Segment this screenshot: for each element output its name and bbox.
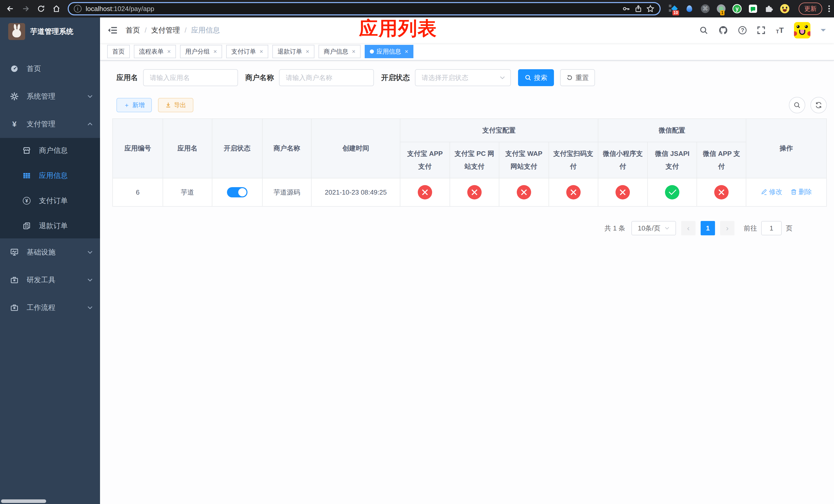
main-area: 应用列表 首页 / 支付管理 / 应用信息 bbox=[100, 18, 834, 504]
app-title: 芋道管理系统 bbox=[30, 27, 73, 37]
extension-chat-icon[interactable] bbox=[748, 4, 758, 13]
plus-icon: ＋ bbox=[124, 101, 130, 109]
browser-update-button[interactable]: 更新 bbox=[798, 3, 822, 15]
breadcrumb-payment[interactable]: 支付管理 bbox=[151, 25, 180, 35]
sidebar: 芋道管理系统 首页 系统管理 bbox=[0, 18, 100, 504]
forward-icon[interactable] bbox=[20, 3, 32, 15]
extension-toolbar: 10 ⌘ 1 y bbox=[669, 4, 789, 13]
password-key-icon[interactable] bbox=[622, 5, 630, 13]
breadcrumb: 首页 / 支付管理 / 应用信息 bbox=[126, 25, 220, 35]
share-icon[interactable] bbox=[635, 5, 642, 13]
delete-link[interactable]: 删除 bbox=[790, 187, 812, 197]
status-label: 开启状态 bbox=[381, 73, 410, 83]
extension-y-logo-icon[interactable]: y bbox=[732, 4, 742, 13]
sidebar-item-infrastructure[interactable]: 基础设施 bbox=[0, 238, 100, 266]
page-number-button[interactable]: 1 bbox=[701, 221, 715, 235]
col-wechat-jsapi: 微信 JSAPI 支付 bbox=[648, 142, 697, 178]
extension-balloon-icon[interactable] bbox=[685, 4, 694, 13]
yen-circle-icon: ¥ bbox=[23, 197, 31, 205]
search-button[interactable]: 搜索 bbox=[518, 69, 554, 86]
show-search-button[interactable] bbox=[789, 97, 805, 113]
col-alipay-app: 支付宝 APP 支付 bbox=[400, 142, 450, 178]
sidebar-item-system[interactable]: 系统管理 bbox=[0, 83, 100, 110]
next-page-button[interactable]: › bbox=[720, 221, 734, 235]
extension-diamond-icon[interactable]: 10 bbox=[669, 4, 678, 13]
extension-command-icon[interactable]: ⌘ bbox=[701, 4, 710, 13]
site-info-icon[interactable]: i bbox=[74, 5, 82, 13]
goto-label: 前往 bbox=[744, 224, 757, 233]
sidebar-item-workflow[interactable]: 工作流程 bbox=[0, 294, 100, 321]
fullscreen-icon[interactable] bbox=[757, 26, 766, 35]
close-icon[interactable]: × bbox=[306, 48, 309, 54]
edit-link[interactable]: 修改 bbox=[761, 187, 782, 197]
status-select[interactable]: 请选择开启状态 bbox=[415, 69, 511, 86]
back-icon[interactable] bbox=[4, 3, 16, 15]
table-row: 6 芋道 芋道源码 2021-10-23 08:49:25 bbox=[113, 178, 827, 206]
dashboard-icon bbox=[10, 65, 19, 73]
tag-process-form[interactable]: 流程表单× bbox=[134, 45, 176, 58]
close-icon[interactable]: × bbox=[260, 48, 263, 54]
merchant-name-input[interactable] bbox=[279, 69, 374, 86]
caret-down-icon[interactable] bbox=[821, 29, 826, 34]
sidebar-item-refund-orders[interactable]: 退款订单 bbox=[0, 213, 100, 238]
trash-icon bbox=[790, 189, 797, 196]
tag-home[interactable]: 首页 bbox=[107, 45, 130, 58]
grid-icon bbox=[23, 171, 31, 180]
refresh-button[interactable] bbox=[810, 97, 827, 113]
chevron-down-icon bbox=[87, 278, 93, 282]
tag-merchant-info[interactable]: 商户信息× bbox=[319, 45, 360, 58]
group-alipay-config: 支付宝配置 bbox=[400, 119, 598, 142]
prev-page-button[interactable]: ‹ bbox=[681, 221, 696, 235]
github-icon[interactable] bbox=[718, 25, 728, 35]
sidebar-item-merchant-info[interactable]: 商户信息 bbox=[0, 138, 100, 163]
browser-menu-icon[interactable] bbox=[828, 5, 830, 12]
documents-icon bbox=[23, 222, 31, 230]
pencil-icon bbox=[761, 189, 767, 196]
sidebar-item-app-info[interactable]: 应用信息 bbox=[0, 163, 100, 188]
hamburger-icon[interactable] bbox=[108, 26, 117, 35]
breadcrumb-home[interactable]: 首页 bbox=[126, 25, 140, 35]
export-button[interactable]: 导出 bbox=[158, 98, 193, 112]
col-alipay-pc: 支付宝 PC 网站支付 bbox=[450, 142, 499, 178]
add-button[interactable]: ＋ 新增 bbox=[116, 98, 152, 112]
chevron-down-icon bbox=[87, 94, 93, 98]
sidebar-item-home[interactable]: 首页 bbox=[0, 55, 100, 83]
sidebar-logo[interactable]: 芋道管理系统 bbox=[0, 18, 100, 46]
reset-button[interactable]: 重置 bbox=[560, 69, 595, 86]
tag-refund-orders[interactable]: 退款订单× bbox=[272, 45, 314, 58]
cell-status bbox=[212, 178, 262, 206]
tag-app-info[interactable]: 应用信息× bbox=[365, 45, 413, 58]
close-icon[interactable]: × bbox=[352, 48, 355, 54]
close-icon[interactable]: × bbox=[167, 48, 171, 54]
sidebar-item-payment[interactable]: ¥ 支付管理 bbox=[0, 110, 100, 138]
sidebar-scrollbar[interactable] bbox=[1, 499, 46, 503]
status-toggle[interactable] bbox=[227, 187, 247, 198]
bookmark-star-icon[interactable] bbox=[646, 5, 655, 13]
goto-page-input[interactable] bbox=[761, 221, 782, 235]
sidebar-item-dev-tools[interactable]: 研发工具 bbox=[0, 266, 100, 294]
avatar[interactable] bbox=[794, 22, 810, 39]
extension-recorder-icon[interactable]: 1 bbox=[717, 4, 726, 13]
extensions-puzzle-icon[interactable] bbox=[764, 4, 773, 13]
url-bar[interactable]: i localhost:1024/pay/app bbox=[68, 2, 661, 15]
home-icon[interactable] bbox=[50, 3, 63, 15]
gear-icon bbox=[10, 92, 19, 100]
browser-profile-avatar[interactable] bbox=[780, 4, 789, 13]
col-merchant: 商户名称 bbox=[262, 119, 312, 178]
reload-icon[interactable] bbox=[35, 3, 47, 15]
col-app-name: 应用名 bbox=[163, 119, 212, 178]
close-icon[interactable]: × bbox=[213, 48, 217, 54]
search-icon[interactable] bbox=[699, 26, 708, 35]
col-alipay-qr: 支付宝扫码支付 bbox=[549, 142, 598, 178]
font-size-icon[interactable]: TT bbox=[776, 26, 784, 34]
close-icon[interactable]: × bbox=[405, 48, 408, 54]
help-icon[interactable]: ? bbox=[738, 26, 747, 35]
group-wechat-config: 微信配置 bbox=[598, 119, 746, 142]
tag-payment-orders[interactable]: 支付订单× bbox=[226, 45, 268, 58]
pagination: 共 1 条 10条/页 ‹ 1 › 前往 页 bbox=[112, 221, 792, 235]
sidebar-item-payment-orders[interactable]: ¥ 支付订单 bbox=[0, 188, 100, 213]
app-name-input[interactable] bbox=[143, 69, 238, 86]
tag-user-group[interactable]: 用户分组× bbox=[180, 45, 222, 58]
page-size-select[interactable]: 10条/页 bbox=[631, 221, 676, 235]
top-navbar: 首页 / 支付管理 / 应用信息 ? bbox=[100, 18, 834, 43]
